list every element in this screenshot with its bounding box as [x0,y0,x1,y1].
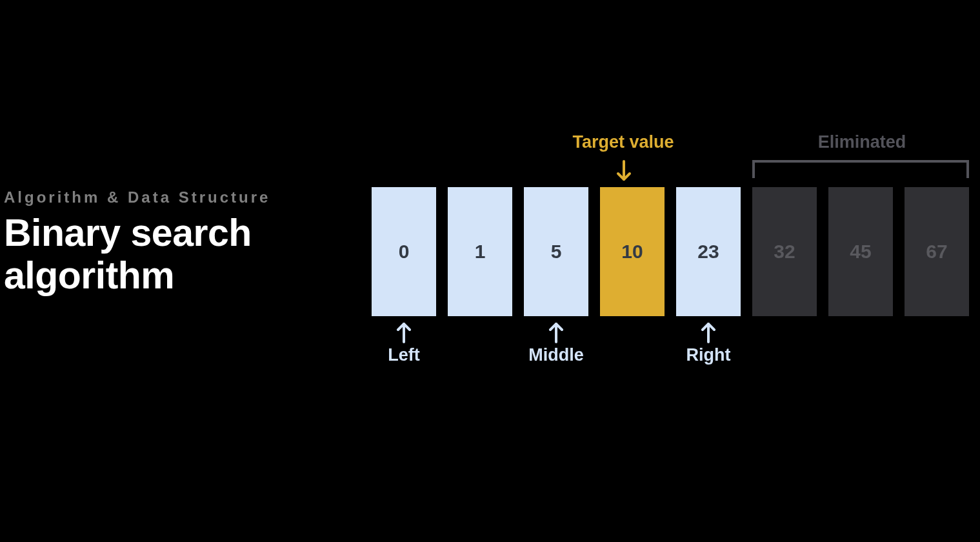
pointer-labels: Left Middle Right [372,345,741,365]
right-pointer-label: Right [676,345,741,365]
array-cell: 23 [676,187,741,316]
left-pointer-label: Left [372,345,436,365]
arrow-down-icon [614,158,634,184]
array-cell: 1 [448,187,512,316]
array-cell: 0 [372,187,436,316]
binary-search-diagram: Target value Eliminated 0 1 5 10 23 32 4… [372,142,978,387]
eliminated-bracket [752,160,969,178]
arrow-up-icon [524,321,588,343]
array-cell: 5 [524,187,588,316]
array-cell-eliminated: 67 [905,187,969,316]
array-cell-eliminated: 32 [752,187,817,316]
page-title: Binary search algorithm [4,212,333,297]
array-cells: 0 1 5 10 23 32 45 67 [372,187,969,316]
subtitle: Algorithm & Data Structure [4,188,333,206]
eliminated-label: Eliminated [797,132,926,152]
middle-pointer-label: Middle [524,345,588,365]
arrow-up-icon [676,321,741,343]
pointer-arrows [372,321,741,343]
arrow-up-icon [372,321,436,343]
array-cell-target: 10 [600,187,665,316]
target-value-label: Target value [559,132,688,152]
title-block: Algorithm & Data Structure Binary search… [4,142,333,297]
array-cell-eliminated: 45 [828,187,893,316]
